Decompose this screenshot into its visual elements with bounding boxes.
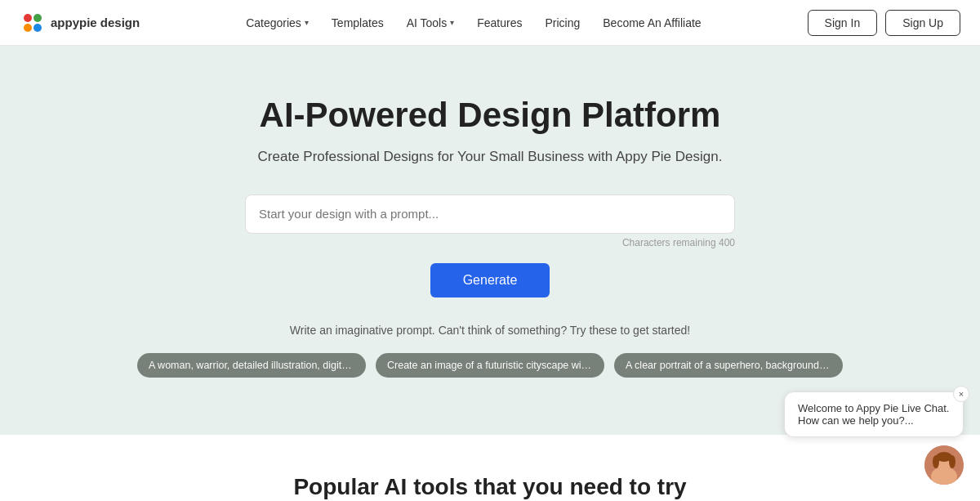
signup-button[interactable]: Sign Up (885, 10, 960, 36)
signin-button[interactable]: Sign In (808, 10, 878, 36)
chat-close-button[interactable]: × (953, 386, 969, 402)
chat-avatar[interactable] (924, 445, 964, 485)
chat-widget: × Welcome to Appy Pie Live Chat. How can… (784, 391, 964, 485)
prompt-input[interactable] (259, 207, 721, 221)
char-count: Characters remaining 400 (245, 237, 735, 248)
nav-affiliate[interactable]: Become An Affiliate (603, 16, 701, 29)
svg-point-82 (949, 455, 956, 468)
suggestion-chip-1[interactable]: A woman, warrior, detailed illustration,… (137, 353, 366, 378)
suggestion-chip-3[interactable]: A clear portrait of a superhero, backgro… (614, 353, 843, 378)
svg-point-81 (933, 455, 939, 468)
svg-point-3 (33, 24, 42, 32)
nav-features[interactable]: Features (477, 16, 522, 29)
chevron-down-icon: ▾ (305, 18, 309, 27)
chevron-down-icon-2: ▾ (450, 18, 454, 27)
suggestion-chip-2[interactable]: Create an image of a futuristic cityscap… (376, 353, 604, 378)
prompt-hint: Write an imaginative prompt. Can't think… (290, 324, 690, 337)
nav-links: Categories ▾ Templates AI Tools ▾ Featur… (246, 16, 701, 29)
hero-subtitle: Create Professional Designs for Your Sma… (258, 149, 723, 165)
svg-point-2 (24, 24, 32, 32)
svg-point-1 (33, 14, 42, 22)
svg-point-0 (24, 14, 32, 22)
chat-bubble-text: Welcome to Appy Pie Live Chat. How can w… (798, 402, 949, 427)
navbar: appypie design Categories ▾ Templates AI… (0, 0, 980, 46)
nav-templates[interactable]: Templates (332, 16, 384, 29)
brand-logo[interactable]: appypie design (20, 10, 140, 36)
nav-pricing[interactable]: Pricing (545, 16, 580, 29)
prompt-input-container (245, 195, 735, 234)
generate-button[interactable]: Generate (430, 263, 550, 297)
suggestion-chips: A woman, warrior, detailed illustration,… (137, 353, 843, 378)
hero-title: AI-Powered Design Platform (260, 95, 721, 136)
brand-name: appypie design (51, 16, 140, 29)
nav-actions: Sign In Sign Up (808, 10, 960, 36)
nav-categories[interactable]: Categories ▾ (246, 16, 309, 29)
nav-ai-tools[interactable]: AI Tools ▾ (407, 16, 455, 29)
hero-section: AI-Powered Design Platform Create Profes… (0, 46, 980, 435)
chat-bubble: × Welcome to Appy Pie Live Chat. How can… (784, 391, 964, 437)
